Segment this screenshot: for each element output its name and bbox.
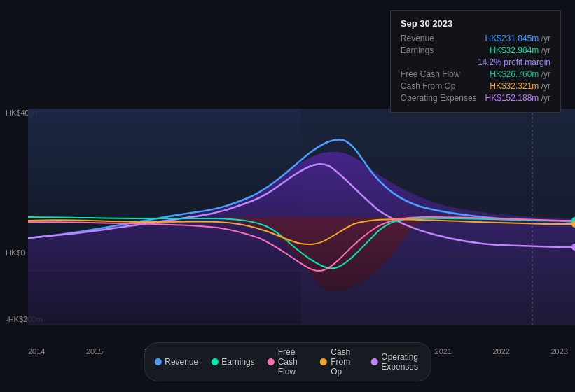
legend-item-cashop[interactable]: Cash From Op [320,347,358,377]
legend-item-revenue[interactable]: Revenue [154,357,198,367]
x-label-2014: 2014 [28,347,45,356]
tooltip-date: Sep 30 2023 [401,18,550,29]
tooltip-value-fcf: HK$26.760m /yr [490,69,550,79]
tooltip-row-cashop: Cash From Op HK$32.321m /yr [401,81,550,91]
x-label-2015: 2015 [86,347,103,356]
tooltip-value-earnings: HK$32.984m /yr [490,46,550,55]
tooltip-row-profit-margin: 14.2% profit margin [401,57,550,67]
legend-dot-opex [370,358,377,365]
legend-label-opex: Operating Expenses [381,352,420,372]
tooltip-label-fcf: Free Cash Flow [401,69,460,79]
tooltip-label-revenue: Revenue [401,34,434,43]
tooltip-box: Sep 30 2023 Revenue HK$231.845m /yr Earn… [390,10,561,113]
tooltip-row-fcf: Free Cash Flow HK$26.760m /yr [401,69,550,79]
legend-item-opex[interactable]: Operating Expenses [370,352,420,372]
legend-label-revenue: Revenue [165,357,198,367]
tooltip-row-opex: Operating Expenses HK$152.188m /yr [401,93,550,103]
tooltip-row-revenue: Revenue HK$231.845m /yr [401,34,550,43]
chart-container: Sep 30 2023 Revenue HK$231.845m /yr Earn… [0,0,575,392]
legend-dot-fcf [268,358,275,365]
legend-dot-earnings [211,358,218,365]
legend-label-fcf: Free Cash Flow [278,347,308,377]
legend-label-cashop: Cash From Op [331,347,358,377]
main-chart-svg [0,108,575,326]
tooltip-label-earnings: Earnings [401,46,434,55]
tooltip-value-opex: HK$152.188m /yr [485,93,550,103]
chart-legend: Revenue Earnings Free Cash Flow Cash Fro… [144,342,431,382]
legend-dot-cashop [320,358,327,365]
x-label-2023: 2023 [550,347,567,356]
tooltip-label-cashop: Cash From Op [401,81,456,91]
legend-label-earnings: Earnings [221,357,254,367]
tooltip-value-profit-margin: 14.2% profit margin [478,57,550,67]
x-label-2021: 2021 [435,347,452,356]
legend-item-fcf[interactable]: Free Cash Flow [268,347,308,377]
tooltip-value-revenue: HK$231.845m /yr [485,34,550,43]
x-label-2022: 2022 [493,347,510,356]
tooltip-value-cashop: HK$32.321m /yr [490,81,550,91]
legend-item-earnings[interactable]: Earnings [211,357,254,367]
tooltip-row-earnings: Earnings HK$32.984m /yr [401,46,550,55]
legend-dot-revenue [154,358,161,365]
tooltip-label-opex: Operating Expenses [401,93,477,103]
